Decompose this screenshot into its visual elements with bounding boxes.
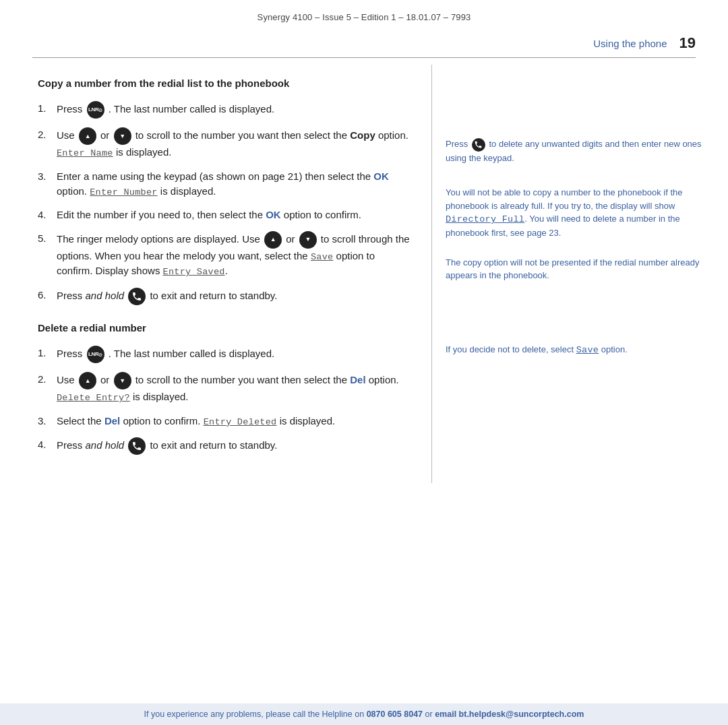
nav-down-icon: ▼ [114,127,131,145]
end-call-icon-2 [128,437,146,455]
top-divider [32,57,696,58]
delete-step-2: 2. Use ▲ or ▼ to scroll to the number yo… [38,372,413,405]
copy-step-6: 6. Press and hold to exit and return to … [38,288,413,305]
copy-step-5: 5. The ringer melody options are display… [38,231,413,279]
copy-steps-list: 1. Press LNR⊙ . The last number called i… [38,101,413,305]
nav-up-icon-3: ▲ [79,372,96,389]
nav-up-icon: ▲ [79,127,96,145]
right-column: Press to delete any unwanted digits and … [431,65,728,483]
right-note-1: Press to delete any unwanted digits and … [446,137,704,164]
section-title: Using the phone [593,38,667,49]
lnr-button-icon-2: LNR⊙ [87,346,104,363]
copy-step-4: 4. Edit the number if you need to, then … [38,208,413,222]
right-note-delete: If you decide not to delete, select Save… [446,343,704,357]
page-number: 19 [679,34,696,52]
copy-step-3: 3. Enter a name using the keypad (as sho… [38,169,413,199]
copy-step-1: 1. Press LNR⊙ . The last number called i… [38,101,413,119]
footer-phone: 0870 605 8047 [367,710,423,719]
copy-step-2: 2. Use ▲ or ▼ to scroll to the number yo… [38,127,413,160]
copy-section-heading: Copy a number from the redial list to th… [38,77,413,90]
delete-step-1: 1. Press LNR⊙ . The last number called i… [38,346,413,363]
page-header: Synergy 4100 – Issue 5 – Edition 1 – 18.… [0,0,728,28]
footer-email: bt.helpdesk@suncorptech.com [459,710,584,719]
footer-or: or [425,710,433,719]
right-note-3: The copy option will not be presented if… [446,256,704,282]
footer-text: If you experience any problems, please c… [144,710,365,719]
footer-bar: If you experience any problems, please c… [0,703,728,725]
right-note-2: You will not be able to copy a number to… [446,186,704,240]
lnr-button-icon: LNR⊙ [87,101,104,119]
nav-up-icon-2: ▲ [264,231,282,249]
delete-step-4: 4. Press and hold to exit and return to … [38,437,413,455]
nav-down-icon-3: ▼ [114,372,131,389]
end-call-icon-note [472,138,485,152]
delete-step-3: 3. Select the Del option to confirm. Ent… [38,414,413,429]
end-call-icon [128,288,146,305]
footer-email-label: email [435,710,456,719]
delete-steps-list: 1. Press LNR⊙ . The last number called i… [38,346,413,455]
nav-down-icon-2: ▼ [299,231,317,249]
left-column: Copy a number from the redial list to th… [0,65,431,483]
delete-section-heading: Delete a redial number [38,321,413,335]
